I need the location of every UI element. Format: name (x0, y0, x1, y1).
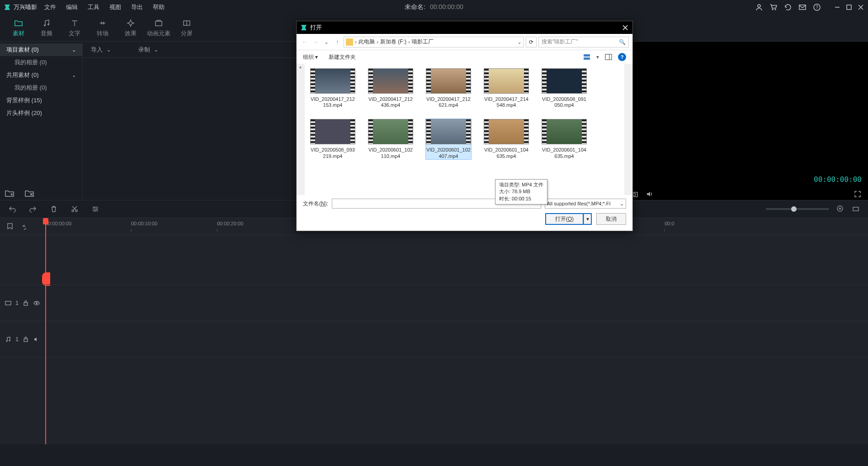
menu-view[interactable]: 视图 (109, 3, 121, 11)
new-folder-icon[interactable] (5, 189, 14, 197)
dialog-search-input[interactable]: 搜索"喵影工厂" 🔍 (538, 37, 629, 48)
chevron-down-icon[interactable]: ⌄ (517, 39, 522, 45)
window-controls (834, 4, 864, 11)
nav-back-button[interactable]: ← (300, 38, 309, 47)
eye-icon[interactable] (33, 300, 40, 307)
path-segment[interactable]: 此电脑 (359, 38, 375, 46)
file-list[interactable]: VID_20200417_212153.mp4 VID_20200417_212… (305, 64, 624, 195)
svg-text:?: ? (816, 5, 818, 10)
user-icon[interactable] (755, 3, 763, 11)
sidebar-item-project-media[interactable]: 项目素材 (0)⌄ (0, 43, 82, 56)
svg-rect-41 (24, 339, 28, 342)
adjust-icon[interactable] (91, 205, 99, 213)
svg-rect-36 (5, 301, 11, 305)
import-dropdown[interactable]: 导入⌄ (91, 46, 111, 54)
open-dropdown-button[interactable]: ▾ (584, 213, 592, 225)
sidebar-item-my-album-2[interactable]: 我的相册 (0) (0, 81, 82, 94)
preview-pane-icon[interactable] (604, 53, 613, 61)
cut-icon[interactable] (71, 205, 79, 213)
tab-effects[interactable]: 效果 (117, 19, 145, 38)
undo-icon[interactable] (8, 205, 16, 213)
minimize-button[interactable] (834, 4, 841, 11)
video-track[interactable]: 1 (0, 285, 868, 321)
zoom-in-icon[interactable] (836, 205, 844, 213)
video-thumbnail (426, 119, 471, 144)
tab-media[interactable]: 素材 (5, 19, 33, 38)
mail-icon[interactable] (798, 3, 807, 11)
preview-viewport[interactable] (628, 46, 863, 173)
zoom-knob[interactable] (791, 206, 797, 212)
cart-icon[interactable] (769, 3, 778, 11)
tab-elements[interactable]: 动画元素 (145, 19, 173, 38)
delete-folder-icon[interactable] (24, 189, 34, 197)
path-segment[interactable]: 新加卷 (F:) (380, 38, 406, 46)
close-button[interactable] (857, 4, 864, 11)
file-item[interactable]: VID_20200417_212436.mp4 (368, 68, 413, 108)
newfolder-button[interactable]: 新建文件夹 (329, 53, 356, 61)
tab-audio[interactable]: 音频 (33, 19, 61, 38)
menu-export[interactable]: 导出 (131, 3, 143, 11)
sidebar-item-intro-samples[interactable]: 片头样例 (20) (0, 107, 82, 119)
organize-button[interactable]: 组织▾ (303, 53, 318, 61)
file-list-scrollbar[interactable] (624, 64, 632, 195)
nav-up-button[interactable]: ↑ (333, 38, 342, 47)
dialog-close-button[interactable] (622, 24, 629, 31)
file-item[interactable]: VID_20200417_214548.mp4 (484, 68, 529, 108)
file-item[interactable]: VID_20200601_104635.mp4 (484, 119, 529, 159)
video-thumbnail (310, 119, 355, 144)
help-button[interactable]: ? (618, 53, 626, 61)
filetype-filter[interactable]: All supported files(*.MP4;*.FI⌄ (545, 199, 626, 209)
fit-icon[interactable] (852, 205, 860, 213)
refresh-icon[interactable] (784, 3, 792, 11)
sidebar-item-shared-media[interactable]: 共用素材 (0)⌄ (0, 69, 82, 81)
view-mode-icon[interactable] (583, 53, 591, 61)
help-icon[interactable]: ? (813, 3, 821, 11)
file-item[interactable]: VID_20200417_212621.mp4 (426, 68, 471, 108)
playhead[interactable] (45, 219, 46, 444)
menu-edit[interactable]: 编辑 (66, 3, 78, 11)
maximize-button[interactable] (845, 4, 853, 11)
path-segment[interactable]: 喵影工厂 (412, 38, 434, 46)
lock-icon[interactable] (22, 300, 29, 307)
file-item-selected[interactable]: VID_20200601_102407.mp4 (426, 119, 471, 159)
refresh-button[interactable]: ⟳ (526, 37, 537, 48)
delete-icon[interactable] (50, 205, 58, 213)
sidebar-item-my-album-1[interactable]: 我的相册 (0) (0, 56, 82, 69)
nav-recent-button[interactable]: ⌄ (322, 38, 331, 47)
cancel-button[interactable]: 取消 (596, 213, 626, 225)
audio-track[interactable]: 1 (0, 321, 868, 357)
tab-text[interactable]: 文字 (61, 19, 89, 38)
audio-track-label: 1 (0, 321, 43, 357)
lock-icon[interactable] (22, 336, 29, 343)
file-item[interactable]: VID_20200601_104635.mp4 (542, 119, 587, 159)
empty-track[interactable] (0, 235, 868, 285)
fullscreen-icon[interactable] (854, 190, 862, 198)
file-item[interactable]: VID_20200508_091050.mp4 (542, 68, 587, 108)
chevron-down-icon: ⌄ (106, 46, 111, 53)
svg-point-31 (94, 207, 95, 208)
redo-icon[interactable] (29, 205, 37, 213)
speaker-icon[interactable] (33, 336, 40, 343)
file-item[interactable]: VID_20200601_102110.mp4 (368, 119, 413, 159)
sidebar-item-bg-samples[interactable]: 背景样例 (15) (0, 94, 82, 107)
video-thumbnail (368, 119, 413, 144)
music-icon (42, 19, 51, 28)
link-icon[interactable] (20, 222, 29, 231)
file-item[interactable]: VID_20200508_093219.mp4 (310, 119, 355, 159)
menu-help[interactable]: 帮助 (153, 3, 165, 11)
menu-file[interactable]: 文件 (44, 3, 56, 11)
volume-icon[interactable] (646, 190, 654, 198)
marker-icon[interactable] (5, 222, 14, 231)
file-item[interactable]: VID_20200417_212153.mp4 (310, 68, 355, 108)
nav-forward-button[interactable]: → (311, 38, 320, 47)
chevron-down-icon[interactable]: ▾ (596, 54, 599, 60)
nav-pane-scroll[interactable] (297, 64, 305, 195)
open-button[interactable]: 打开(O) (545, 213, 584, 225)
record-dropdown[interactable]: 录制⌄ (138, 46, 159, 54)
tab-transition[interactable]: 转场 (89, 19, 117, 38)
tab-split[interactable]: 分屏 (173, 19, 201, 38)
video-thumbnail (368, 68, 413, 94)
address-bar[interactable]: › 此电脑 › 新加卷 (F:) › 喵影工厂 ⌄ (344, 37, 524, 48)
zoom-slider[interactable] (766, 208, 829, 210)
menu-tools[interactable]: 工具 (88, 3, 99, 11)
